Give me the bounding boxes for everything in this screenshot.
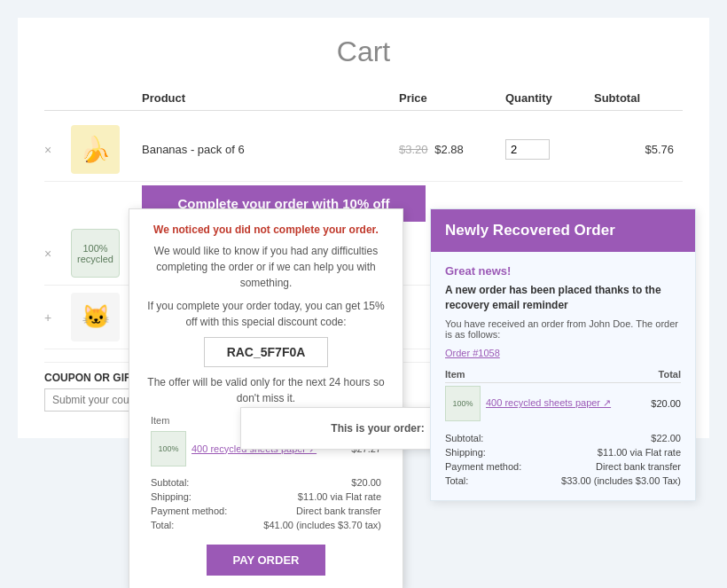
col-subtotal: Subtotal xyxy=(594,91,683,105)
subtotal-value: $5.76 xyxy=(594,143,683,156)
payment-row: Payment method: Direct bank transfer xyxy=(147,504,385,518)
recovery-desc: A new order has been placed thanks to th… xyxy=(445,283,681,313)
page-title: Cart xyxy=(44,35,683,68)
product-image: 🐱 xyxy=(71,293,120,341)
discount-code: RAC_5F7F0A xyxy=(204,337,328,367)
col-image xyxy=(71,91,142,105)
recovered-panel-header: Newly Recovered Order xyxy=(431,209,695,252)
rec-product-price: $20.00 xyxy=(645,382,681,424)
pay-order-button[interactable]: PAY ORDER xyxy=(207,545,326,576)
popup-body1: We would like to know if you had any dif… xyxy=(147,243,385,291)
product-name: Bananas - pack of 6 xyxy=(142,143,399,156)
rec-total-row: Total: $33.00 (includes $3.00 Tax) xyxy=(445,474,681,488)
col-quantity: Quantity xyxy=(505,91,594,105)
cart-table-header: Product Price Quantity Subtotal xyxy=(44,86,683,111)
recovered-order-panel: Newly Recovered Order Great news! A new … xyxy=(430,208,696,501)
popup-body2: If you complete your order today, you ca… xyxy=(147,298,385,330)
popup-notice: We noticed you did not complete your ord… xyxy=(147,223,385,236)
table-row: × 🍌 Bananas - pack of 6 $3.20 $2.88 $5.7… xyxy=(44,118,683,182)
remove-button[interactable]: × xyxy=(44,143,71,157)
remove-button[interactable]: + xyxy=(44,310,71,325)
email-recovery-popup: We noticed you did not complete your ord… xyxy=(129,208,403,588)
product-price: $3.20 $2.88 xyxy=(399,143,505,156)
quantity-input[interactable] xyxy=(505,139,550,160)
rec-total-header: Total xyxy=(645,366,681,383)
rec-item-header: Item xyxy=(445,366,645,383)
col-remove xyxy=(44,91,71,105)
rec-shipping-row: Shipping: $11.00 via Flat rate xyxy=(445,445,681,459)
rec-product-image: 100% xyxy=(445,386,481,421)
order-link[interactable]: Order #1058 xyxy=(445,348,500,358)
quantity-cell xyxy=(505,139,594,160)
total-row: Total: $41.00 (includes $3.70 tax) xyxy=(147,518,385,532)
subtotal-row: Subtotal: $20.00 xyxy=(147,475,385,490)
remove-button[interactable]: × xyxy=(44,247,71,261)
popup-validity: The offer will be valid only for the nex… xyxy=(147,374,385,406)
page-wrapper: Cart Product Price Quantity Subtotal × 🍌… xyxy=(18,18,709,438)
product-image: 🍌 xyxy=(71,125,120,174)
price-old: $3.20 xyxy=(399,143,428,156)
good-news-label: Great news! xyxy=(445,264,681,278)
rec-subtotal-row: Subtotal: $22.00 xyxy=(445,431,681,445)
rec-payment-row: Payment method: Direct bank transfer xyxy=(445,459,681,474)
rec-product-row: 100% 400 recycled sheets paper ↗ $20.00 xyxy=(445,382,681,424)
mini-product-image: 100% xyxy=(151,431,186,466)
shipping-row: Shipping: $11.00 via Flat rate xyxy=(147,490,385,504)
col-price: Price xyxy=(399,91,505,105)
price-new: $2.88 xyxy=(434,143,464,156)
recovered-panel-body: Great news! A new order has been placed … xyxy=(431,252,695,500)
recovered-order-table: Item Total 100% 400 recycled sheets pape… xyxy=(445,366,681,424)
recovery-sub-desc: You have received an order from John Doe… xyxy=(445,318,681,340)
product-image: 100%recycled xyxy=(71,229,120,278)
col-product: Product xyxy=(142,91,399,105)
rec-product-link[interactable]: 400 recycled sheets paper ↗ xyxy=(486,397,611,409)
